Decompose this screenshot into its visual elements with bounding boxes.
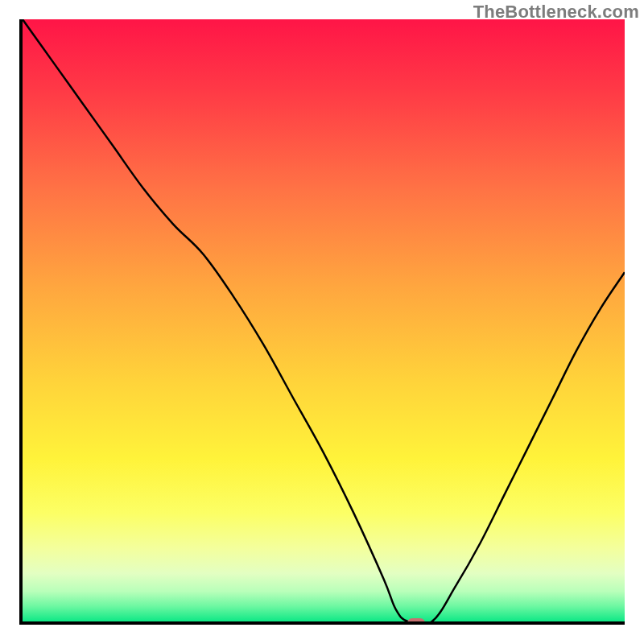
chart-container: TheBottleneck.com: [0, 0, 644, 644]
optimal-marker: [407, 618, 425, 625]
curve-layer: [23, 19, 625, 621]
bottleneck-curve: [23, 19, 625, 621]
plot-area: [19, 19, 625, 625]
